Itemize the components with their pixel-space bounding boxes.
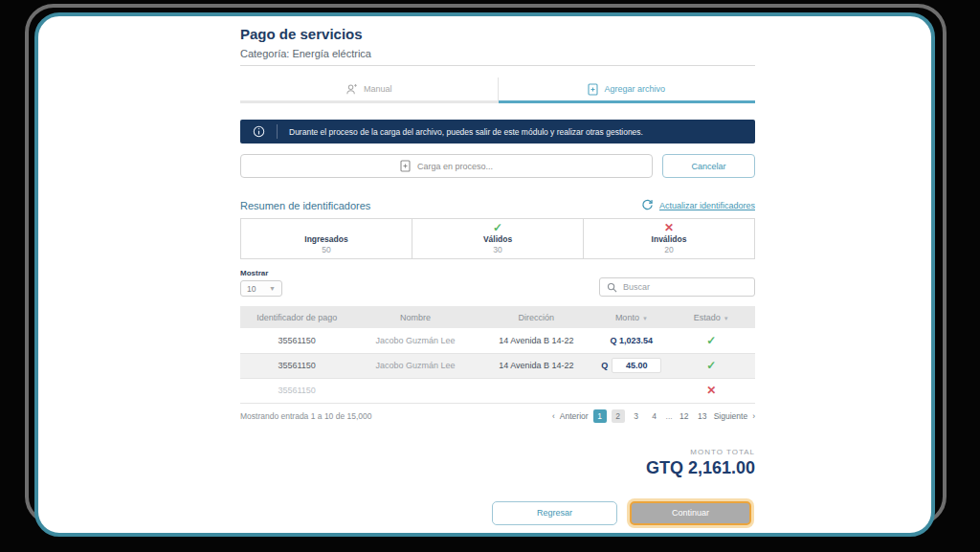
summary-cards: Ingresados 50 ✓ Válidos 30 ✕ Inválidos 2… (240, 218, 755, 259)
page-size-control: Mostrar 10 ▼ (240, 269, 282, 297)
chevron-down-icon: ▼ (269, 285, 276, 292)
info-icon (240, 125, 277, 138)
search-box[interactable] (599, 277, 755, 297)
cross-icon: ✕ (664, 222, 674, 233)
search-icon (607, 282, 617, 293)
cancel-button[interactable]: Cancelar (662, 154, 755, 178)
amount-input[interactable] (612, 358, 661, 373)
summary-header: Resumen de identificadores Actualizar id… (240, 199, 755, 211)
pagination: ‹ Anterior 1 2 3 4 ... 12 13 Siguiente › (552, 409, 755, 423)
cell-status: ✓ (668, 353, 755, 378)
upload-progress-box: Carga en proceso... (240, 154, 653, 178)
pagination-prev[interactable]: Anterior (560, 411, 589, 421)
cell-name (353, 378, 477, 403)
table-row: 35561150 Jacobo Guzmán Lee 14 Avenida B … (240, 353, 755, 378)
cross-icon: ✕ (706, 384, 716, 397)
search-input[interactable] (623, 282, 747, 292)
file-plus-icon (588, 83, 598, 96)
upload-status-text: Carga en proceso... (417, 162, 493, 171)
continue-button-label: Continuar (672, 508, 709, 518)
check-icon: ✓ (706, 359, 716, 372)
summary-card-invalidos: ✕ Inválidos 20 (583, 219, 754, 258)
total-label: MONTO TOTAL (240, 448, 755, 456)
tab-manual[interactable]: Manual (240, 77, 498, 100)
sort-icon: ▼ (724, 316, 729, 321)
pagination-page-3[interactable]: 3 (630, 409, 643, 423)
amount-edit-group: Q (601, 358, 661, 373)
page-size-value: 10 (247, 284, 256, 294)
summary-card-value: 30 (493, 245, 501, 254)
summary-card-ingresados: Ingresados 50 (241, 219, 412, 258)
page-title: Pago de servicios (240, 26, 755, 42)
tab-manual-label: Manual (364, 84, 392, 94)
summary-card-label: Válidos (483, 234, 512, 244)
pagination-page-1[interactable]: 1 (593, 409, 607, 423)
pagination-next[interactable]: Siguiente (714, 411, 747, 421)
cell-amount: Q 1,023.54 (595, 328, 667, 353)
info-banner: Durante el proceso de la carga del archi… (240, 120, 755, 144)
pagination-page-13[interactable]: 13 (696, 409, 709, 423)
cell-address: 14 Avenida B 14-22 (477, 328, 595, 353)
summary-card-label: Inválidos (652, 234, 687, 244)
cell-status: ✕ (668, 378, 755, 403)
summary-card-value: 20 (664, 245, 673, 254)
cell-identifier: 35561150 (240, 353, 353, 378)
cell-name: Jacobo Guzmán Lee (353, 353, 477, 378)
table-controls: Mostrar 10 ▼ (240, 269, 755, 297)
cell-amount: Q (595, 353, 667, 378)
payments-table: Identificador de pago Nombre Dirección M… (240, 306, 755, 404)
tab-agregar-archivo[interactable]: Agregar archivo (498, 77, 756, 100)
pagination-ellipsis: ... (666, 411, 673, 421)
back-button[interactable]: Regresar (492, 501, 617, 525)
refresh-link-label: Actualizar identificadores (659, 201, 755, 210)
pagination-next-chevron[interactable]: › (752, 411, 755, 421)
pagination-prev-chevron[interactable]: ‹ (552, 411, 555, 421)
category-subtitle: Categoría: Energía eléctrica (240, 48, 755, 66)
table-row: 35561150 Jacobo Guzmán Lee 14 Avenida B … (240, 328, 755, 353)
person-plus-icon (345, 83, 358, 96)
info-banner-text: Durante el proceso de la carga del archi… (278, 127, 643, 137)
show-label: Mostrar (240, 269, 282, 277)
total-block: MONTO TOTAL GTQ 2,161.00 (240, 448, 755, 478)
tab-file-label: Agregar archivo (604, 84, 665, 94)
entries-text: Mostrando entrada 1 a 10 de 15,000 (240, 411, 372, 421)
refresh-icon (641, 199, 654, 211)
summary-card-validos: ✓ Válidos 30 (412, 219, 583, 258)
app-window: Pago de servicios Categoría: Energía elé… (34, 12, 935, 537)
refresh-identifiers-link[interactable]: Actualizar identificadores (641, 199, 755, 211)
main-content: Pago de servicios Categoría: Energía elé… (240, 22, 755, 525)
col-header-nombre[interactable]: Nombre (353, 306, 477, 328)
col-header-estado[interactable]: Estado▼ (668, 306, 755, 328)
cell-identifier: 35561150 (240, 328, 353, 353)
page-size-dropdown[interactable]: 10 ▼ (240, 280, 282, 297)
summary-card-value: 50 (322, 245, 330, 254)
currency-symbol: Q (601, 361, 608, 370)
pagination-page-4[interactable]: 4 (648, 409, 661, 423)
cell-address (477, 378, 595, 403)
table-footer: Mostrando entrada 1 a 10 de 15,000 ‹ Ant… (240, 409, 755, 423)
table-header-row: Identificador de pago Nombre Dirección M… (240, 306, 755, 328)
col-header-monto[interactable]: Monto▼ (595, 306, 667, 328)
summary-title: Resumen de identificadores (240, 200, 370, 211)
action-buttons: Regresar Continuar (240, 501, 755, 525)
check-icon: ✓ (493, 222, 502, 233)
pagination-page-2[interactable]: 2 (612, 409, 625, 423)
sort-icon: ▼ (642, 316, 648, 321)
cell-status: ✓ (668, 328, 755, 353)
total-value: GTQ 2,161.00 (240, 458, 755, 478)
cell-amount (595, 378, 667, 403)
tab-bar: Manual Agregar archivo (240, 77, 755, 103)
cell-address: 14 Avenida B 14-22 (477, 353, 595, 378)
cancel-button-label: Cancelar (691, 162, 725, 171)
back-button-label: Regresar (537, 508, 572, 518)
check-icon: ✓ (706, 334, 716, 347)
pagination-page-12[interactable]: 12 (678, 409, 691, 423)
cell-identifier: 35561150 (240, 378, 353, 403)
upload-row: Carga en proceso... Cancelar (240, 154, 755, 178)
cell-name: Jacobo Guzmán Lee (353, 328, 477, 353)
summary-card-label: Ingresados (304, 234, 347, 244)
file-upload-icon (400, 160, 411, 172)
col-header-id[interactable]: Identificador de pago (240, 306, 353, 328)
col-header-direccion[interactable]: Dirección (477, 306, 595, 328)
continue-button[interactable]: Continuar (630, 501, 751, 525)
